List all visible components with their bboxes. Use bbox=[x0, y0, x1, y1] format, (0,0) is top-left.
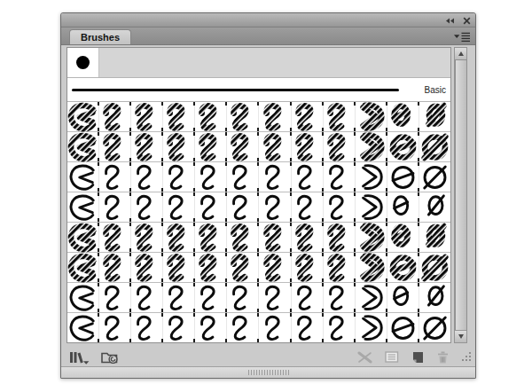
brush-tile-mid bbox=[195, 283, 227, 312]
brush-tile-mid bbox=[131, 223, 163, 252]
basic-brush-thumbnail bbox=[72, 89, 399, 91]
brush-tile-mid bbox=[99, 192, 131, 222]
brush-tile-e bbox=[387, 253, 419, 282]
brush-tile-mid bbox=[227, 283, 259, 312]
brush-tile-mid bbox=[195, 253, 227, 282]
brush-tile-e bbox=[387, 192, 419, 222]
panel-titlebar[interactable] bbox=[61, 13, 475, 27]
brush-tile-mid bbox=[227, 192, 259, 222]
brush-tile-partial bbox=[419, 132, 450, 161]
brush-grid bbox=[67, 102, 450, 342]
pattern-brush-row-6[interactable] bbox=[67, 253, 450, 283]
resize-grip-icon[interactable] bbox=[460, 349, 472, 365]
pattern-brush-row-7[interactable] bbox=[67, 283, 450, 313]
brush-tile-mid bbox=[259, 283, 291, 312]
brush-tile-mid bbox=[163, 313, 195, 342]
brush-tile-corner bbox=[356, 132, 387, 161]
scroll-up-icon[interactable] bbox=[455, 48, 466, 60]
brush-tile-mid bbox=[195, 132, 227, 161]
vertical-scrollbar[interactable] bbox=[454, 47, 467, 343]
brush-tile-partial bbox=[419, 313, 450, 342]
brush-tile-partial bbox=[419, 283, 450, 312]
brush-tile-partial bbox=[419, 162, 450, 192]
dot-brush-swatch[interactable] bbox=[67, 48, 99, 77]
pattern-brush-row-1[interactable] bbox=[67, 102, 450, 132]
desktop-background: Brushes bbox=[0, 0, 532, 392]
brush-tile-start bbox=[67, 313, 99, 342]
pattern-brush-row-3[interactable] bbox=[67, 162, 450, 192]
scroll-down-icon[interactable] bbox=[455, 330, 466, 342]
resize-drag-handle[interactable] bbox=[248, 370, 289, 375]
close-icon[interactable] bbox=[463, 17, 471, 25]
panel-bottom-edge[interactable] bbox=[61, 366, 475, 378]
brush-tile-mid bbox=[227, 102, 259, 131]
brush-tile-mid bbox=[195, 162, 227, 192]
brushes-panel-window: Brushes bbox=[60, 12, 476, 379]
brush-tile-start bbox=[67, 253, 99, 282]
collapse-panels-icon[interactable] bbox=[445, 18, 455, 24]
delete-brush-icon[interactable] bbox=[437, 351, 449, 364]
brush-tile-mid bbox=[195, 192, 227, 222]
brush-tile-corner bbox=[356, 223, 387, 252]
brush-tile-mid bbox=[163, 223, 195, 252]
brush-tile-mid bbox=[259, 132, 291, 161]
new-brush-icon[interactable] bbox=[411, 351, 425, 364]
brush-tile-mid bbox=[99, 223, 131, 252]
brush-tile-corner bbox=[356, 253, 387, 282]
brush-tile-mid bbox=[324, 192, 356, 222]
brush-tile-partial bbox=[419, 102, 450, 131]
brush-tile-start bbox=[67, 223, 99, 252]
brush-tile-mid bbox=[292, 162, 324, 192]
brush-tile-mid bbox=[292, 283, 324, 312]
brush-tile-corner bbox=[356, 192, 387, 222]
brush-tile-e bbox=[387, 132, 419, 161]
remove-brush-stroke-icon[interactable] bbox=[357, 351, 372, 364]
panel-menu-icon[interactable] bbox=[454, 32, 470, 42]
pattern-brush-row-8[interactable] bbox=[67, 313, 450, 342]
panel-tabbar: Brushes bbox=[61, 27, 475, 45]
brush-tile-mid bbox=[259, 162, 291, 192]
brush-tile-corner bbox=[356, 283, 387, 312]
pattern-brush-row-4[interactable] bbox=[67, 192, 450, 223]
brush-tile-mid bbox=[259, 253, 291, 282]
brush-tile-corner bbox=[356, 162, 387, 192]
brush-tile-start bbox=[67, 192, 99, 222]
brush-tile-mid bbox=[131, 253, 163, 282]
brush-tile-mid bbox=[324, 223, 356, 252]
brush-tile-mid bbox=[99, 162, 131, 192]
brush-item-calligraphic-dot[interactable] bbox=[67, 48, 450, 78]
panel-toolbar bbox=[61, 347, 475, 367]
brush-tile-mid bbox=[131, 162, 163, 192]
brush-tile-mid bbox=[99, 102, 131, 131]
brush-tile-mid bbox=[292, 132, 324, 161]
pattern-brush-row-2[interactable] bbox=[67, 132, 450, 162]
brush-tile-mid bbox=[259, 223, 291, 252]
brush-tile-e bbox=[387, 162, 419, 192]
brush-tile-mid bbox=[227, 253, 259, 282]
brush-tile-mid bbox=[259, 313, 291, 342]
brush-tile-mid bbox=[324, 132, 356, 161]
brush-tile-mid bbox=[195, 223, 227, 252]
scrollbar-thumb[interactable] bbox=[455, 59, 467, 331]
brush-tile-mid bbox=[292, 253, 324, 282]
brush-item-basic[interactable]: Basic bbox=[67, 78, 450, 102]
pattern-brush-row-5[interactable] bbox=[67, 223, 450, 253]
brush-tile-e bbox=[387, 223, 419, 252]
brush-tile-mid bbox=[227, 223, 259, 252]
brush-libraries-menu-icon[interactable] bbox=[69, 350, 90, 365]
brush-tile-start bbox=[67, 162, 99, 192]
dot-brush-thumbnail bbox=[76, 56, 90, 69]
brush-tile-mid bbox=[324, 102, 356, 131]
brush-tile-e bbox=[387, 283, 419, 312]
tab-brushes[interactable]: Brushes bbox=[69, 29, 131, 44]
brush-tile-mid bbox=[99, 313, 131, 342]
brush-tile-mid bbox=[99, 283, 131, 312]
brush-tile-mid bbox=[131, 313, 163, 342]
brush-tile-mid bbox=[163, 283, 195, 312]
options-of-selected-object-icon[interactable] bbox=[385, 351, 399, 363]
brush-tile-mid bbox=[195, 102, 227, 131]
brush-tile-mid bbox=[131, 283, 163, 312]
brush-tile-mid bbox=[292, 223, 324, 252]
libraries-panel-icon[interactable] bbox=[101, 350, 120, 364]
brush-tile-mid bbox=[324, 253, 356, 282]
